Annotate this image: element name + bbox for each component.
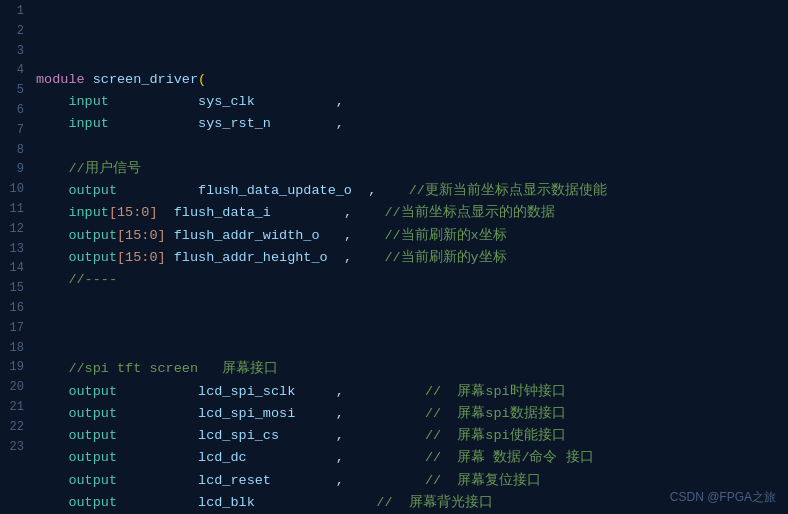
line-number: 11: [4, 200, 24, 220]
code-line: input[15:0] flush_data_i , //当前坐标点显示的的数据: [36, 202, 788, 224]
code-line: //----: [36, 269, 788, 291]
code-line: output[15:0] flush_addr_width_o , //当前刷新…: [36, 225, 788, 247]
code-editor: 1234567891011121314151617181920212223 mo…: [0, 0, 788, 514]
line-number: 5: [4, 81, 24, 101]
code-line: //spi tft screen 屏幕接口: [36, 358, 788, 380]
line-number: 12: [4, 220, 24, 240]
code-area: 1234567891011121314151617181920212223 mo…: [0, 0, 788, 514]
line-number: 1: [4, 2, 24, 22]
line-number: 4: [4, 61, 24, 81]
line-number: 6: [4, 101, 24, 121]
code-line: output lcd_dc , // 屏幕 数据/命令 接口: [36, 447, 788, 469]
code-line: output flush_data_update_o , //更新当前坐标点显示…: [36, 180, 788, 202]
line-numbers: 1234567891011121314151617181920212223: [0, 0, 32, 514]
line-number: 8: [4, 141, 24, 161]
code-line: module screen_driver(: [36, 69, 788, 91]
code-line: output[15:0] flush_addr_height_o , //当前刷…: [36, 247, 788, 269]
line-number: 15: [4, 279, 24, 299]
line-number: 17: [4, 319, 24, 339]
line-number: 21: [4, 398, 24, 418]
code-line: [36, 136, 788, 158]
code-line: output lcd_spi_sclk , // 屏幕spi时钟接口: [36, 381, 788, 403]
code-line: output lcd_spi_mosi , // 屏幕spi数据接口: [36, 403, 788, 425]
line-number: 7: [4, 121, 24, 141]
code-line: [36, 336, 788, 358]
line-number: 2: [4, 22, 24, 42]
code-line: [36, 291, 788, 313]
line-number: 13: [4, 240, 24, 260]
watermark: CSDN @FPGA之旅: [670, 489, 776, 506]
code-line: output lcd_spi_cs , // 屏幕spi使能接口: [36, 425, 788, 447]
line-number: 3: [4, 42, 24, 62]
code-content[interactable]: module screen_driver( input sys_clk , in…: [32, 0, 788, 514]
line-number: 23: [4, 438, 24, 458]
line-number: 9: [4, 160, 24, 180]
line-number: 20: [4, 378, 24, 398]
line-number: 14: [4, 259, 24, 279]
line-number: 10: [4, 180, 24, 200]
line-number: 19: [4, 358, 24, 378]
code-line: [36, 314, 788, 336]
line-number: 16: [4, 299, 24, 319]
code-line: input sys_rst_n ,: [36, 113, 788, 135]
code-line: //用户信号: [36, 158, 788, 180]
line-number: 22: [4, 418, 24, 438]
line-number: 18: [4, 339, 24, 359]
code-line: input sys_clk ,: [36, 91, 788, 113]
